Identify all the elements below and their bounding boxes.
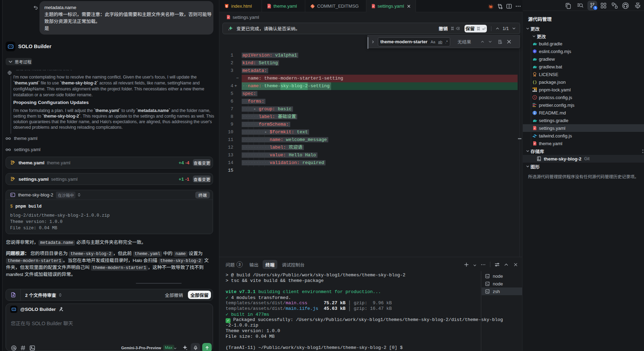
svg-text:{}: {} <box>533 80 537 84</box>
